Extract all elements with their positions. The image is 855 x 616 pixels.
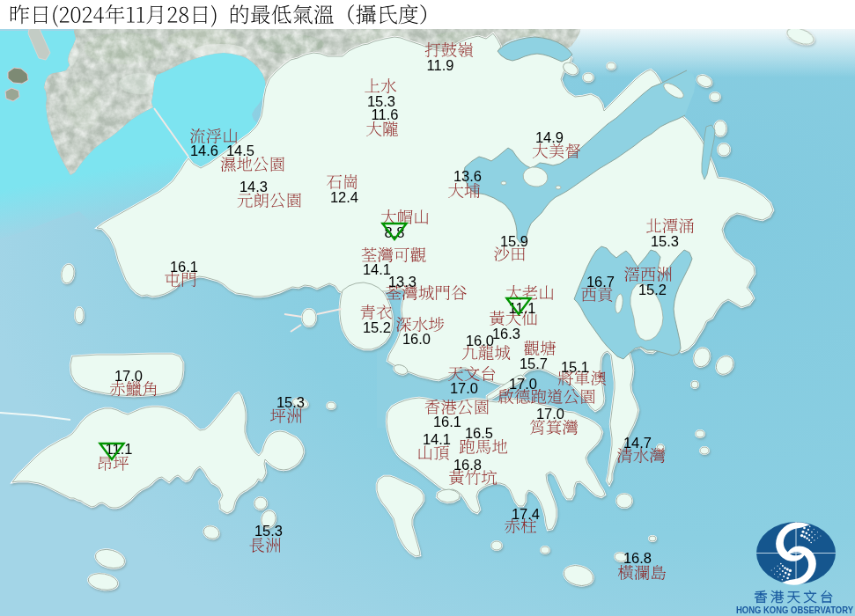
svg-text:17.4: 17.4: [512, 506, 540, 522]
svg-text:11.6: 11.6: [372, 106, 399, 122]
svg-text:12.4: 12.4: [330, 189, 358, 205]
svg-text:17.0: 17.0: [450, 380, 478, 396]
svg-text:17.0: 17.0: [509, 376, 537, 392]
svg-text:14.3: 14.3: [240, 179, 268, 194]
svg-text:16.1: 16.1: [170, 259, 198, 275]
svg-text:13.3: 13.3: [388, 274, 416, 290]
svg-text:14.7: 14.7: [623, 435, 652, 451]
svg-text:17.0: 17.0: [114, 368, 143, 384]
svg-text:14.1: 14.1: [363, 261, 391, 277]
svg-text:17.0: 17.0: [536, 406, 564, 422]
svg-text:15.7: 15.7: [520, 356, 548, 371]
svg-text:16.8: 16.8: [623, 550, 652, 566]
svg-text:16.1: 16.1: [433, 414, 461, 429]
svg-text:14.9: 14.9: [535, 129, 564, 145]
svg-text:15.1: 15.1: [561, 359, 589, 375]
svg-text:HONG KONG OBSERVATORY: HONG KONG OBSERVATORY: [736, 604, 853, 615]
svg-text:16.3: 16.3: [492, 326, 520, 341]
svg-text:15.2: 15.2: [638, 282, 667, 297]
svg-text:16.0: 16.0: [466, 333, 494, 348]
svg-text:15.3: 15.3: [651, 233, 679, 249]
svg-text:15.2: 15.2: [363, 319, 391, 335]
svg-text:14.1: 14.1: [423, 431, 451, 447]
svg-text:14.5: 14.5: [226, 143, 254, 158]
svg-text:15.3: 15.3: [254, 523, 283, 539]
svg-text:13.6: 13.6: [453, 168, 482, 184]
svg-text:11.9: 11.9: [427, 57, 454, 73]
svg-text:16.5: 16.5: [465, 425, 493, 441]
svg-text:16.0: 16.0: [402, 331, 431, 347]
svg-text:16.7: 16.7: [586, 274, 615, 290]
svg-text:14.6: 14.6: [190, 143, 218, 158]
svg-text:15.9: 15.9: [500, 233, 528, 249]
svg-text:16.8: 16.8: [453, 457, 482, 473]
svg-text:15.3: 15.3: [276, 394, 305, 410]
